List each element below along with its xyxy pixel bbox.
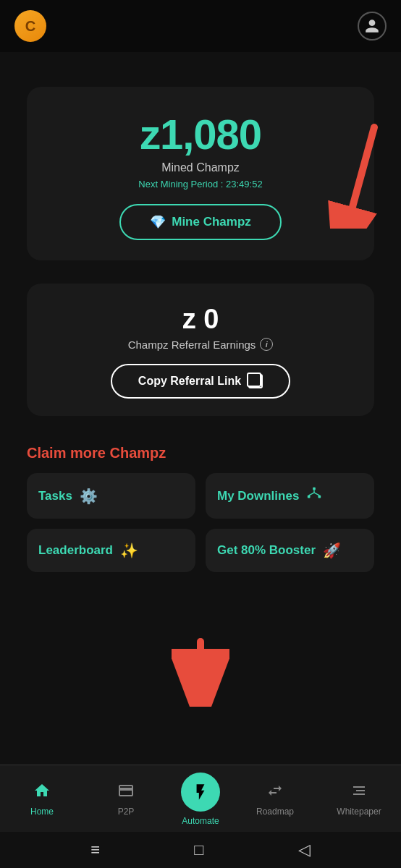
- copy-referral-label: Copy Referral Link: [138, 375, 241, 388]
- svg-rect-1: [313, 488, 316, 490]
- tasks-item[interactable]: Tasks ⚙️: [27, 473, 195, 519]
- copy-icon: [248, 374, 263, 388]
- booster-icon: 🚀: [323, 542, 341, 559]
- mined-amount: z1,080: [140, 110, 261, 158]
- p2p-icon: [117, 782, 135, 804]
- diamond-icon: 💎: [150, 214, 166, 230]
- nav-home[interactable]: Home: [13, 782, 71, 817]
- nav-whitepaper[interactable]: Whitepaper: [330, 782, 388, 817]
- leaderboard-label: Leaderboard: [38, 543, 113, 558]
- referral-section-wrapper: z 0 Champz Referral Earnings i Copy Refe…: [27, 284, 374, 427]
- next-mining-period: Next Mining Period : 23:49:52: [138, 179, 262, 190]
- referral-section: z 0 Champz Referral Earnings i Copy Refe…: [27, 284, 374, 416]
- nav-roadmap[interactable]: Roadmap: [246, 782, 304, 817]
- whitepaper-icon: [350, 782, 368, 804]
- my-downlines-item[interactable]: My Downlines: [206, 473, 374, 519]
- p2p-label: P2P: [118, 807, 135, 817]
- automate-circle[interactable]: [181, 773, 220, 812]
- mined-label: Mined Champz: [161, 161, 240, 174]
- nav-automate[interactable]: Automate: [181, 773, 220, 826]
- main-content: z1,080 Mined Champz Next Mining Period :…: [0, 52, 401, 765]
- mine-champz-button[interactable]: 💎 Mine Champz: [119, 204, 282, 240]
- info-icon[interactable]: i: [260, 338, 273, 351]
- roadmap-icon: [266, 782, 284, 804]
- claim-grid: Tasks ⚙️ My Downlines Leader: [27, 473, 374, 572]
- header: C: [0, 0, 401, 52]
- tasks-icon: ⚙️: [80, 488, 98, 505]
- svg-line-6: [314, 493, 319, 495]
- system-back-icon[interactable]: ◁: [298, 841, 311, 859]
- booster-item[interactable]: Get 80% Booster 🚀: [206, 529, 374, 572]
- system-home-icon[interactable]: □: [194, 841, 203, 859]
- bottom-nav: Home P2P Automate Roadmap: [0, 765, 401, 832]
- my-downlines-label: My Downlines: [217, 489, 299, 503]
- coin-logo[interactable]: C: [14, 10, 46, 42]
- svg-rect-2: [308, 495, 311, 498]
- copy-referral-button[interactable]: Copy Referral Link: [111, 364, 290, 399]
- leaderboard-icon: ✨: [120, 542, 138, 559]
- automate-label: Automate: [182, 816, 219, 826]
- system-menu-icon[interactable]: ≡: [90, 841, 100, 859]
- whitepaper-label: Whitepaper: [337, 807, 381, 817]
- home-label: Home: [30, 807, 54, 817]
- profile-icon[interactable]: [358, 12, 387, 41]
- system-nav: ≡ □ ◁: [0, 832, 401, 868]
- referral-amount: z 0: [182, 304, 219, 335]
- claim-section: Claim more Champz Tasks ⚙️ My Downlines: [27, 445, 374, 572]
- mining-section: z1,080 Mined Champz Next Mining Period :…: [27, 69, 374, 272]
- referral-label: Champz Referral Earnings i: [128, 338, 274, 351]
- home-icon: [33, 782, 51, 804]
- svg-line-5: [309, 493, 314, 495]
- nav-p2p[interactable]: P2P: [97, 782, 155, 817]
- tasks-label: Tasks: [38, 489, 72, 503]
- mining-card: z1,080 Mined Champz Next Mining Period :…: [27, 87, 374, 260]
- leaderboard-item[interactable]: Leaderboard ✨: [27, 529, 195, 572]
- downlines-icon: [306, 486, 322, 506]
- mine-button-label: Mine Champz: [172, 215, 251, 229]
- booster-label: Get 80% Booster: [217, 543, 316, 558]
- claim-title: Claim more Champz: [27, 445, 374, 461]
- svg-rect-3: [318, 495, 321, 498]
- roadmap-label: Roadmap: [256, 807, 294, 817]
